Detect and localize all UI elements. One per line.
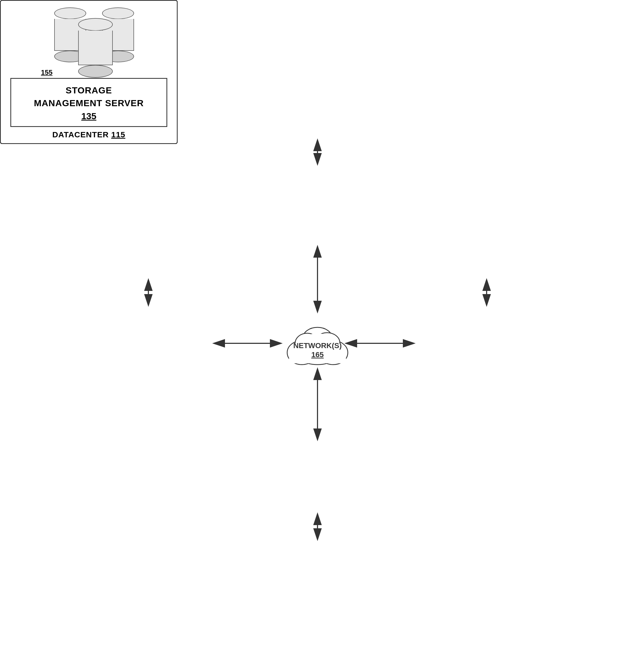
datacenter-115: 155 STORAGEMANAGEMENT SERVER 135 DATACEN… <box>0 0 178 144</box>
server-label-135: STORAGEMANAGEMENT SERVER <box>17 84 161 109</box>
svg-text:NETWORK(S): NETWORK(S) <box>293 341 342 350</box>
datacenter-label-115: DATACENTER 115 <box>52 130 126 139</box>
server-box-135: STORAGEMANAGEMENT SERVER 135 <box>10 78 167 127</box>
diagram-container: NETWORK(S) 165 <box>0 0 635 672</box>
storage-group-155: 155 <box>38 7 139 77</box>
svg-text:165: 165 <box>311 351 324 359</box>
storage-number-155: 155 <box>41 68 52 77</box>
server-number-135: 135 <box>17 111 161 121</box>
